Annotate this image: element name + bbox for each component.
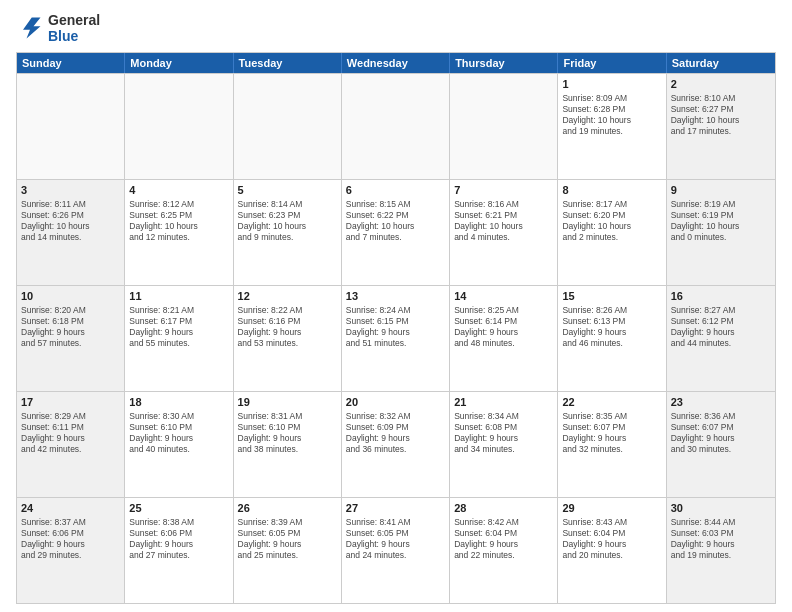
day-info: Sunrise: 8:37 AM Sunset: 6:06 PM Dayligh… xyxy=(21,517,120,561)
day-info: Sunrise: 8:36 AM Sunset: 6:07 PM Dayligh… xyxy=(671,411,771,455)
calendar-row: 1Sunrise: 8:09 AM Sunset: 6:28 PM Daylig… xyxy=(17,73,775,179)
day-number: 29 xyxy=(562,501,661,516)
svg-marker-1 xyxy=(23,18,41,39)
day-info: Sunrise: 8:11 AM Sunset: 6:26 PM Dayligh… xyxy=(21,199,120,243)
day-info: Sunrise: 8:29 AM Sunset: 6:11 PM Dayligh… xyxy=(21,411,120,455)
calendar-cell: 30Sunrise: 8:44 AM Sunset: 6:03 PM Dayli… xyxy=(667,498,775,603)
day-info: Sunrise: 8:27 AM Sunset: 6:12 PM Dayligh… xyxy=(671,305,771,349)
day-info: Sunrise: 8:16 AM Sunset: 6:21 PM Dayligh… xyxy=(454,199,553,243)
day-info: Sunrise: 8:32 AM Sunset: 6:09 PM Dayligh… xyxy=(346,411,445,455)
calendar-cell: 2Sunrise: 8:10 AM Sunset: 6:27 PM Daylig… xyxy=(667,74,775,179)
day-info: Sunrise: 8:15 AM Sunset: 6:22 PM Dayligh… xyxy=(346,199,445,243)
calendar-cell: 6Sunrise: 8:15 AM Sunset: 6:22 PM Daylig… xyxy=(342,180,450,285)
calendar-cell: 29Sunrise: 8:43 AM Sunset: 6:04 PM Dayli… xyxy=(558,498,666,603)
day-number: 14 xyxy=(454,289,553,304)
calendar-cell: 20Sunrise: 8:32 AM Sunset: 6:09 PM Dayli… xyxy=(342,392,450,497)
calendar-cell xyxy=(17,74,125,179)
day-number: 27 xyxy=(346,501,445,516)
day-number: 13 xyxy=(346,289,445,304)
day-info: Sunrise: 8:34 AM Sunset: 6:08 PM Dayligh… xyxy=(454,411,553,455)
day-number: 11 xyxy=(129,289,228,304)
day-info: Sunrise: 8:21 AM Sunset: 6:17 PM Dayligh… xyxy=(129,305,228,349)
logo-text: General Blue xyxy=(48,12,100,44)
day-info: Sunrise: 8:44 AM Sunset: 6:03 PM Dayligh… xyxy=(671,517,771,561)
calendar-cell: 12Sunrise: 8:22 AM Sunset: 6:16 PM Dayli… xyxy=(234,286,342,391)
day-number: 5 xyxy=(238,183,337,198)
day-number: 30 xyxy=(671,501,771,516)
weekday-header: Thursday xyxy=(450,53,558,73)
weekday-header: Monday xyxy=(125,53,233,73)
day-number: 1 xyxy=(562,77,661,92)
calendar-row: 3Sunrise: 8:11 AM Sunset: 6:26 PM Daylig… xyxy=(17,179,775,285)
day-info: Sunrise: 8:30 AM Sunset: 6:10 PM Dayligh… xyxy=(129,411,228,455)
day-number: 19 xyxy=(238,395,337,410)
day-number: 23 xyxy=(671,395,771,410)
day-number: 6 xyxy=(346,183,445,198)
day-info: Sunrise: 8:20 AM Sunset: 6:18 PM Dayligh… xyxy=(21,305,120,349)
day-number: 10 xyxy=(21,289,120,304)
weekday-header: Wednesday xyxy=(342,53,450,73)
calendar-cell: 22Sunrise: 8:35 AM Sunset: 6:07 PM Dayli… xyxy=(558,392,666,497)
day-info: Sunrise: 8:14 AM Sunset: 6:23 PM Dayligh… xyxy=(238,199,337,243)
calendar-cell: 14Sunrise: 8:25 AM Sunset: 6:14 PM Dayli… xyxy=(450,286,558,391)
day-number: 8 xyxy=(562,183,661,198)
day-number: 16 xyxy=(671,289,771,304)
calendar: SundayMondayTuesdayWednesdayThursdayFrid… xyxy=(16,52,776,604)
day-info: Sunrise: 8:12 AM Sunset: 6:25 PM Dayligh… xyxy=(129,199,228,243)
day-number: 3 xyxy=(21,183,120,198)
weekday-header: Tuesday xyxy=(234,53,342,73)
calendar-cell: 26Sunrise: 8:39 AM Sunset: 6:05 PM Dayli… xyxy=(234,498,342,603)
day-info: Sunrise: 8:31 AM Sunset: 6:10 PM Dayligh… xyxy=(238,411,337,455)
calendar-cell: 25Sunrise: 8:38 AM Sunset: 6:06 PM Dayli… xyxy=(125,498,233,603)
day-number: 18 xyxy=(129,395,228,410)
calendar-cell: 3Sunrise: 8:11 AM Sunset: 6:26 PM Daylig… xyxy=(17,180,125,285)
day-number: 9 xyxy=(671,183,771,198)
logo-icon xyxy=(16,14,44,42)
calendar-cell: 18Sunrise: 8:30 AM Sunset: 6:10 PM Dayli… xyxy=(125,392,233,497)
calendar-cell: 24Sunrise: 8:37 AM Sunset: 6:06 PM Dayli… xyxy=(17,498,125,603)
calendar-cell: 19Sunrise: 8:31 AM Sunset: 6:10 PM Dayli… xyxy=(234,392,342,497)
day-number: 12 xyxy=(238,289,337,304)
calendar-row: 24Sunrise: 8:37 AM Sunset: 6:06 PM Dayli… xyxy=(17,497,775,603)
day-info: Sunrise: 8:38 AM Sunset: 6:06 PM Dayligh… xyxy=(129,517,228,561)
calendar-cell: 11Sunrise: 8:21 AM Sunset: 6:17 PM Dayli… xyxy=(125,286,233,391)
weekday-header: Friday xyxy=(558,53,666,73)
day-info: Sunrise: 8:17 AM Sunset: 6:20 PM Dayligh… xyxy=(562,199,661,243)
calendar-body: 1Sunrise: 8:09 AM Sunset: 6:28 PM Daylig… xyxy=(17,73,775,603)
calendar-cell: 4Sunrise: 8:12 AM Sunset: 6:25 PM Daylig… xyxy=(125,180,233,285)
day-number: 15 xyxy=(562,289,661,304)
page: General Blue SundayMondayTuesdayWednesda… xyxy=(0,0,792,612)
calendar-cell: 17Sunrise: 8:29 AM Sunset: 6:11 PM Dayli… xyxy=(17,392,125,497)
day-info: Sunrise: 8:09 AM Sunset: 6:28 PM Dayligh… xyxy=(562,93,661,137)
day-info: Sunrise: 8:42 AM Sunset: 6:04 PM Dayligh… xyxy=(454,517,553,561)
calendar-cell: 1Sunrise: 8:09 AM Sunset: 6:28 PM Daylig… xyxy=(558,74,666,179)
calendar-cell: 15Sunrise: 8:26 AM Sunset: 6:13 PM Dayli… xyxy=(558,286,666,391)
day-info: Sunrise: 8:19 AM Sunset: 6:19 PM Dayligh… xyxy=(671,199,771,243)
day-number: 20 xyxy=(346,395,445,410)
calendar-cell xyxy=(450,74,558,179)
day-number: 4 xyxy=(129,183,228,198)
calendar-cell xyxy=(342,74,450,179)
day-number: 7 xyxy=(454,183,553,198)
calendar-cell: 28Sunrise: 8:42 AM Sunset: 6:04 PM Dayli… xyxy=(450,498,558,603)
day-number: 24 xyxy=(21,501,120,516)
calendar-cell: 16Sunrise: 8:27 AM Sunset: 6:12 PM Dayli… xyxy=(667,286,775,391)
day-number: 25 xyxy=(129,501,228,516)
day-info: Sunrise: 8:35 AM Sunset: 6:07 PM Dayligh… xyxy=(562,411,661,455)
calendar-cell: 10Sunrise: 8:20 AM Sunset: 6:18 PM Dayli… xyxy=(17,286,125,391)
calendar-cell: 7Sunrise: 8:16 AM Sunset: 6:21 PM Daylig… xyxy=(450,180,558,285)
day-info: Sunrise: 8:41 AM Sunset: 6:05 PM Dayligh… xyxy=(346,517,445,561)
day-number: 17 xyxy=(21,395,120,410)
day-number: 21 xyxy=(454,395,553,410)
day-info: Sunrise: 8:39 AM Sunset: 6:05 PM Dayligh… xyxy=(238,517,337,561)
day-info: Sunrise: 8:10 AM Sunset: 6:27 PM Dayligh… xyxy=(671,93,771,137)
day-number: 26 xyxy=(238,501,337,516)
day-number: 22 xyxy=(562,395,661,410)
calendar-cell: 8Sunrise: 8:17 AM Sunset: 6:20 PM Daylig… xyxy=(558,180,666,285)
weekday-header: Saturday xyxy=(667,53,775,73)
header: General Blue xyxy=(16,12,776,44)
logo: General Blue xyxy=(16,12,100,44)
calendar-header: SundayMondayTuesdayWednesdayThursdayFrid… xyxy=(17,53,775,73)
day-number: 2 xyxy=(671,77,771,92)
calendar-row: 10Sunrise: 8:20 AM Sunset: 6:18 PM Dayli… xyxy=(17,285,775,391)
